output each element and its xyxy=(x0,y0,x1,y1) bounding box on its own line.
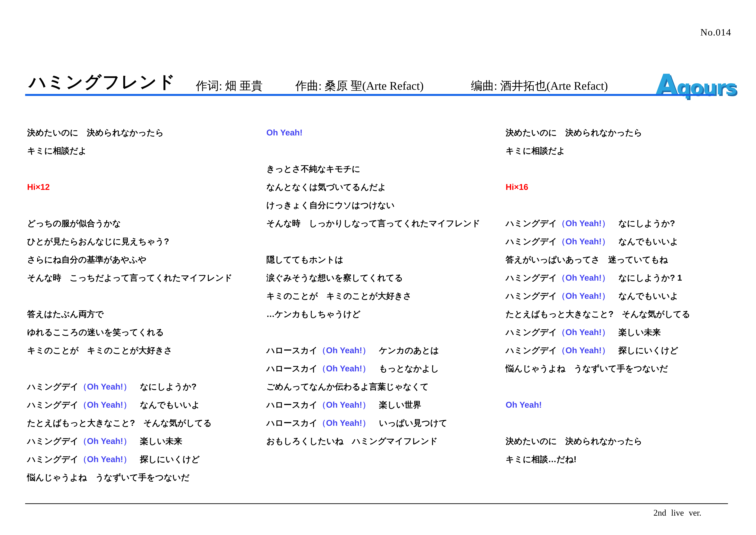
lyric-line: ハミングデイ（Oh Yeah!） なんでもいいよ xyxy=(506,287,678,305)
lyric-segment-blue: （Oh Yeah!） xyxy=(79,400,131,409)
lyric-segment: きっとさ不純なキモチに xyxy=(266,164,361,174)
lyric-segment: 楽しい未来 xyxy=(610,327,661,337)
lyric-segment-blue: （Oh Yeah!） xyxy=(317,346,370,355)
lyric-segment: ケンカのあとは xyxy=(371,346,439,355)
lyric-segment: たとえばもっと大きなこと? そんな気がしてる xyxy=(506,309,690,319)
lyric-line: ハロースカイ（Oh Yeah!） いっぱい見つけて xyxy=(266,414,447,432)
lyric-line: 涙ぐみそうな想いを察してくれてる xyxy=(266,269,403,287)
lyric-line: キミに相談…だね! xyxy=(506,450,577,468)
lyric-segment: ハミングデイ xyxy=(506,237,557,246)
lyric-line: ハミングデイ（Oh Yeah!） なんでもいいよ xyxy=(27,396,200,414)
lyric-segment: いっぱい見つけて xyxy=(371,418,447,428)
lyric-line: ひとが見たらおんなじに見えちゃう? xyxy=(27,233,169,251)
lyric-segment: おもしろくしたいね ハミングマイフレンド xyxy=(266,436,438,446)
lyric-segment-blue: （Oh Yeah!） xyxy=(79,382,131,391)
lyric-segment: なにしようか? xyxy=(131,382,197,391)
lyric-line: Oh Yeah! xyxy=(266,124,303,142)
lyric-segment: なにしようか? xyxy=(610,218,675,228)
lyric-line: キミに相談だよ xyxy=(27,142,87,160)
lyric-line: ハミングデイ（Oh Yeah!） 楽しい未来 xyxy=(506,323,661,341)
lyric-segment: どっちの服が似合うかな xyxy=(27,218,121,228)
lyric-line: ハロースカイ（Oh Yeah!） 楽しい世界 xyxy=(266,396,421,414)
lyric-segment: ハミングデイ xyxy=(27,455,79,464)
lyric-segment: キミのことが キミのことが大好きさ xyxy=(27,346,172,355)
lyric-line: そんな時 こっちだよって言ってくれたマイフレンド xyxy=(27,269,232,287)
lyric-line: さらにね自分の基準があやふや xyxy=(27,251,147,269)
lyric-line: たとえばもっと大きなこと? そんな気がしてる xyxy=(506,305,690,323)
lyric-segment: ハミングデイ xyxy=(506,291,557,300)
lyric-segment: ハミングデイ xyxy=(27,382,79,391)
lyric-line: キミに相談だよ xyxy=(506,142,565,160)
composer-credit: 作曲: 桑原 聖(Arte Refact) xyxy=(295,78,424,94)
lyric-line: ゆれるこころの迷いを笑ってくれる xyxy=(27,323,164,341)
lyric-segment: 悩んじゃうよね うなずいて手をつないだ xyxy=(506,364,668,373)
footer-rule xyxy=(25,503,728,504)
lyric-segment: 探しにいくけど xyxy=(131,455,200,464)
lyric-segment: 答えがいっぱいあってさ 迷っていてもね xyxy=(506,255,668,264)
lyric-segment: ひとが見たらおんなじに見えちゃう? xyxy=(27,237,169,246)
lyric-segment: ハロースカイ xyxy=(266,400,317,409)
lyric-line: キミのことが キミのことが大好きさ xyxy=(27,341,172,359)
lyric-segment: ごめんってなんか伝わるよ言葉じゃなくて xyxy=(266,382,429,391)
lyric-segment: 決めたいのに 決められなかったら xyxy=(506,128,642,137)
lyric-line: Hi×16 xyxy=(506,178,528,196)
lyric-segment-blue: （Oh Yeah!） xyxy=(557,291,610,300)
lyric-segment: なんでもいいよ xyxy=(131,400,200,409)
lyric-segment-blue: （Oh Yeah!） xyxy=(557,237,610,246)
lyric-segment: 答えはたぶん両方で xyxy=(27,309,104,319)
lyric-segment-blue: （Oh Yeah!） xyxy=(317,418,370,428)
lyric-segment-blue: （Oh Yeah!） xyxy=(557,327,610,337)
lyric-line: ハロースカイ（Oh Yeah!） もっとなかよし xyxy=(266,359,439,378)
lyric-segment: たとえばもっと大きなこと? そんな気がしてる xyxy=(27,418,212,428)
lyric-segment-blue: Oh Yeah! xyxy=(266,128,303,137)
lyric-segment: 涙ぐみそうな想いを察してくれてる xyxy=(266,273,403,282)
lyric-segment: 隠しててもホントは xyxy=(266,255,343,264)
lyric-line: どっちの服が似合うかな xyxy=(27,214,121,233)
lyric-segment: キミに相談…だね! xyxy=(506,455,577,464)
footer-version-note: 2nd live ver. xyxy=(654,508,701,518)
lyric-line: そんな時 しっかりしなって言ってくれたマイフレンド xyxy=(266,214,480,233)
lyric-segment-blue: （Oh Yeah!） xyxy=(317,364,370,373)
lyric-line: ハミングデイ（Oh Yeah!） なにしようか? xyxy=(506,214,675,233)
lyric-line: なんとなくは気づいてるんだよ xyxy=(266,178,386,196)
lyric-line: Oh Yeah! xyxy=(506,396,542,414)
lyric-line: 決めたいのに 決められなかったら xyxy=(27,124,164,142)
lyric-line: たとえばもっと大きなこと? そんな気がしてる xyxy=(27,414,212,432)
lyric-line: ハミングデイ（Oh Yeah!） 探しにいくけど xyxy=(506,341,678,359)
lyric-line: ハミングデイ（Oh Yeah!） 探しにいくけど xyxy=(27,450,200,468)
lyric-segment-red: Hi×12 xyxy=(27,182,50,192)
lyric-segment: ハミングデイ xyxy=(506,327,557,337)
arranger-credit: 编曲: 酒井拓也(Arte Refact) xyxy=(471,78,608,94)
lyricist-credit: 作词: 畑 亜貴 xyxy=(196,78,263,94)
lyric-segment: ハロースカイ xyxy=(266,346,317,355)
lyric-line: ごめんってなんか伝わるよ言葉じゃなくて xyxy=(266,378,429,396)
lyric-line: キミのことが キミのことが大好きさ xyxy=(266,287,412,305)
lyric-segment: なんでもいいよ xyxy=(610,237,678,246)
lyric-segment: もっとなかよし xyxy=(371,364,439,373)
lyric-segment: 決めたいのに 決められなかったら xyxy=(506,436,642,446)
lyric-segment-red: Hi×16 xyxy=(506,182,528,192)
lyric-segment: キミに相談だよ xyxy=(506,146,565,155)
lyric-segment: 決めたいのに 決められなかったら xyxy=(27,128,164,137)
lyric-segment-blue: Oh Yeah! xyxy=(506,400,542,409)
lyric-line: 隠しててもホントは xyxy=(266,251,343,269)
lyric-segment-blue: （Oh Yeah!） xyxy=(557,346,610,355)
lyric-segment-blue: （Oh Yeah!） xyxy=(79,455,131,464)
lyric-line: 決めたいのに 決められなかったら xyxy=(506,124,642,142)
page-number: No.014 xyxy=(700,27,731,38)
lyric-segment: 探しにいくけど xyxy=(610,346,678,355)
lyric-line: 答えがいっぱいあってさ 迷っていてもね xyxy=(506,251,668,269)
lyric-segment: …ケンカもしちゃうけど xyxy=(266,309,361,319)
lyric-segment-blue: （Oh Yeah!） xyxy=(317,400,370,409)
lyric-line: ハミングデイ（Oh Yeah!） 楽しい未来 xyxy=(27,432,182,450)
lyric-line: Hi×12 xyxy=(27,178,50,196)
lyric-segment: そんな時 こっちだよって言ってくれたマイフレンド xyxy=(27,273,232,282)
lyric-segment-blue: （Oh Yeah!） xyxy=(557,273,610,282)
lyric-segment: 悩んじゃうよね うなずいて手をつないだ xyxy=(27,473,190,482)
lyric-segment: キミのことが キミのことが大好きさ xyxy=(266,291,412,300)
lyric-segment: そんな時 しっかりしなって言ってくれたマイフレンド xyxy=(266,218,480,228)
lyric-segment: ハロースカイ xyxy=(266,418,317,428)
lyric-line: ハミングデイ（Oh Yeah!） なにしようか? xyxy=(27,378,197,396)
lyric-line: ハロースカイ（Oh Yeah!） ケンカのあとは xyxy=(266,341,439,359)
lyric-segment: ハロースカイ xyxy=(266,364,317,373)
